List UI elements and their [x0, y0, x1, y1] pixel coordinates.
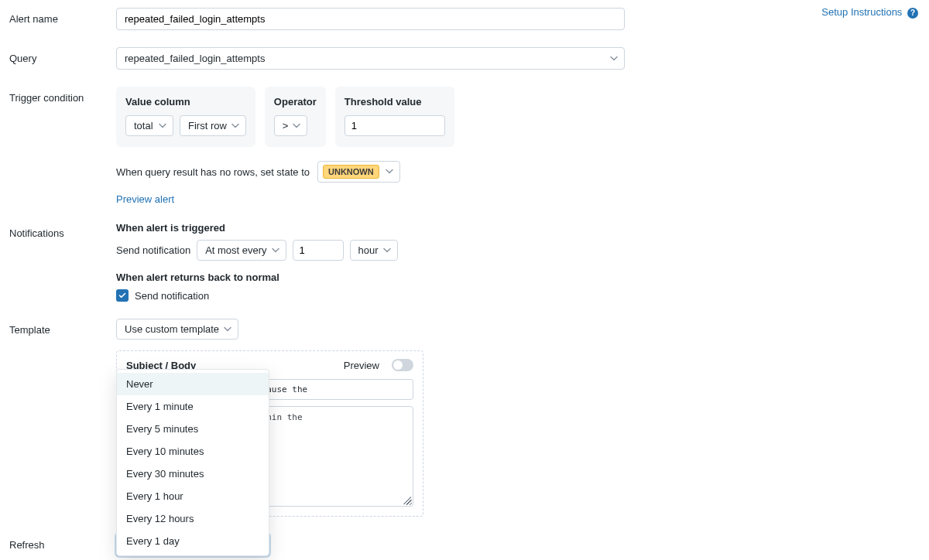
- preview-label: Preview: [344, 360, 379, 371]
- chevron-down-icon: [272, 244, 279, 256]
- when-normal-label: When alert returns back to normal: [116, 271, 398, 283]
- threshold-label: Threshold value: [345, 96, 445, 108]
- chevron-down-icon: [159, 120, 166, 131]
- template-mode-select[interactable]: Use custom template: [116, 319, 238, 340]
- value-column-panel: Value column total First row: [116, 87, 255, 147]
- refresh-dropdown: NeverEvery 1 minuteEvery 5 minutesEvery …: [116, 369, 269, 556]
- no-rows-state-select[interactable]: UNKNOWN: [317, 161, 400, 183]
- query-label: Query: [9, 47, 116, 64]
- chevron-down-icon: [610, 53, 618, 64]
- refresh-option[interactable]: Every 12 hours: [117, 507, 269, 530]
- threshold-input[interactable]: [345, 115, 445, 136]
- operator-panel: Operator >: [265, 87, 326, 147]
- refresh-option[interactable]: Every 1 minute: [117, 395, 269, 418]
- state-unknown-badge: UNKNOWN: [323, 165, 379, 179]
- refresh-option[interactable]: Every 5 minutes: [117, 418, 269, 440]
- refresh-option[interactable]: Every 1 hour: [117, 485, 269, 507]
- setup-instructions-link[interactable]: Setup Instructions ?: [821, 6, 918, 19]
- chevron-down-icon: [293, 120, 300, 131]
- template-label: Template: [9, 319, 116, 336]
- chevron-down-icon: [231, 120, 239, 131]
- preview-alert-link[interactable]: Preview alert: [116, 193, 174, 205]
- alert-name-input[interactable]: [116, 8, 625, 30]
- chevron-down-icon: [383, 244, 391, 256]
- query-select[interactable]: repeated_failed_login_attempts: [116, 47, 625, 70]
- send-notification-checkbox-label: Send notification: [135, 290, 209, 302]
- refresh-option[interactable]: Never: [117, 373, 269, 395]
- threshold-panel: Threshold value: [335, 87, 454, 147]
- help-icon: ?: [907, 8, 918, 19]
- no-rows-text: When query result has no rows, set state…: [116, 166, 310, 178]
- chevron-down-icon: [224, 323, 231, 335]
- refresh-option[interactable]: Every 10 minutes: [117, 440, 269, 463]
- row-scope-select[interactable]: First row: [180, 115, 246, 136]
- operator-label: Operator: [274, 96, 317, 108]
- send-notification-label: Send notification: [116, 244, 190, 256]
- frequency-mode-select[interactable]: At most every: [197, 240, 286, 261]
- check-icon: [118, 292, 126, 299]
- alert-name-label: Alert name: [9, 8, 116, 25]
- setup-instructions-text: Setup Instructions: [821, 6, 902, 18]
- trigger-condition-label: Trigger condition: [9, 87, 116, 104]
- query-value: repeated_failed_login_attempts: [125, 53, 265, 64]
- operator-select[interactable]: >: [274, 115, 308, 136]
- refresh-label: Refresh: [9, 534, 116, 551]
- frequency-unit-select[interactable]: hour: [350, 240, 398, 261]
- value-column-label: Value column: [125, 96, 246, 108]
- notifications-label: Notifications: [9, 222, 116, 239]
- refresh-option[interactable]: Every 30 minutes: [117, 463, 269, 485]
- refresh-option[interactable]: Every 1 day: [117, 530, 269, 552]
- chevron-down-icon: [386, 166, 393, 178]
- preview-toggle[interactable]: [392, 359, 413, 371]
- frequency-value-input[interactable]: [293, 240, 344, 261]
- when-triggered-label: When alert is triggered: [116, 222, 398, 234]
- send-notification-checkbox[interactable]: [116, 289, 129, 302]
- value-column-select[interactable]: total: [125, 115, 173, 136]
